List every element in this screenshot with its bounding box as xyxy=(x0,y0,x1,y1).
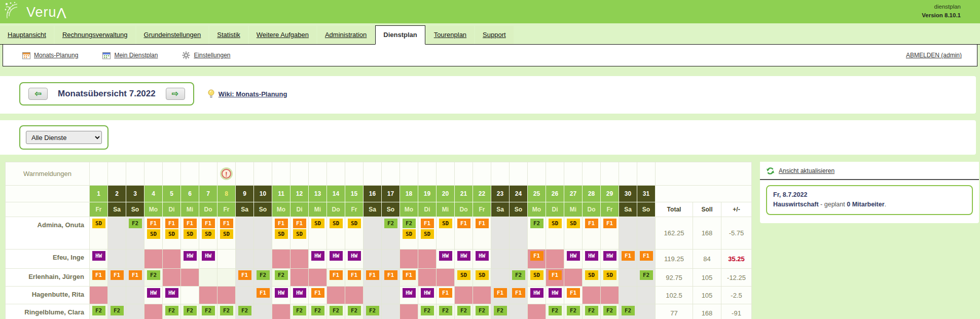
roster-cell[interactable]: F2 xyxy=(546,304,564,319)
roster-cell[interactable]: F1 xyxy=(327,269,345,287)
roster-cell[interactable] xyxy=(217,269,236,287)
roster-cell[interactable]: F2 xyxy=(601,304,619,319)
roster-cell[interactable] xyxy=(364,287,382,304)
shift-badge-F1[interactable]: F1 xyxy=(622,251,635,261)
shift-badge-HW[interactable]: HW xyxy=(165,288,178,298)
roster-cell[interactable] xyxy=(163,269,181,287)
shift-badge-F2[interactable]: F2 xyxy=(366,306,379,315)
roster-cell[interactable]: F2 xyxy=(491,304,510,319)
roster-cell[interactable]: F2 xyxy=(291,304,309,319)
roster-cell[interactable] xyxy=(126,287,144,304)
roster-cell[interactable]: SD xyxy=(455,269,473,287)
shift-badge-HW[interactable]: HW xyxy=(202,251,215,261)
shift-badge-F1[interactable]: F1 xyxy=(111,270,124,280)
roster-cell[interactable] xyxy=(473,287,491,304)
shift-badge-F2[interactable]: F2 xyxy=(494,306,507,315)
shift-badge-F1[interactable]: F1 xyxy=(640,251,653,261)
tab-administration[interactable]: Administration xyxy=(317,26,374,44)
shift-badge-F2[interactable]: F2 xyxy=(165,306,178,315)
tab-link[interactable]: Hauptansicht xyxy=(8,31,46,39)
roster-cell[interactable] xyxy=(491,217,510,250)
roster-cell[interactable]: HW xyxy=(291,287,309,304)
shift-badge-F2[interactable]: F2 xyxy=(439,306,452,315)
shift-badge-SD[interactable]: SD xyxy=(567,219,580,228)
roster-cell[interactable]: F1 xyxy=(619,250,637,269)
roster-cell[interactable] xyxy=(236,287,254,304)
shift-badge-F1[interactable]: F1 xyxy=(238,270,251,280)
roster-cell[interactable]: HW xyxy=(400,287,418,304)
shift-badge-SD[interactable]: SD xyxy=(476,270,489,280)
roster-cell[interactable]: HW xyxy=(144,287,163,304)
roster-cell[interactable] xyxy=(364,217,382,250)
roster-cell[interactable]: F2 xyxy=(510,269,528,287)
roster-cell[interactable]: F1SD xyxy=(217,217,236,250)
roster-cell[interactable]: SD xyxy=(90,217,108,250)
roster-cell[interactable] xyxy=(546,250,564,269)
shift-badge-SD[interactable]: SD xyxy=(165,229,178,239)
roster-cell[interactable]: F1 xyxy=(236,269,254,287)
roster-cell[interactable]: F1 xyxy=(108,269,126,287)
shift-badge-F2[interactable]: F2 xyxy=(457,306,470,315)
roster-cell[interactable]: F1SD xyxy=(291,217,309,250)
roster-cell[interactable] xyxy=(455,287,473,304)
shift-badge-SD[interactable]: SD xyxy=(202,229,215,239)
roster-cell[interactable] xyxy=(345,287,364,304)
toolbar-link-mein-dienstplan[interactable]: Mein Dienstplan xyxy=(114,52,158,59)
logout-link[interactable]: ABMELDEN (admin) xyxy=(906,52,962,59)
roster-cell[interactable]: F2 xyxy=(181,304,199,319)
roster-cell[interactable] xyxy=(217,287,236,304)
shift-badge-HW[interactable]: HW xyxy=(585,251,598,261)
shift-badge-F2[interactable]: F2 xyxy=(567,306,580,315)
shift-badge-F1[interactable]: F1 xyxy=(293,219,306,228)
roster-cell[interactable]: F1 xyxy=(254,287,272,304)
tab-support[interactable]: Support xyxy=(475,26,514,44)
roster-cell[interactable] xyxy=(491,250,510,269)
shift-badge-SD[interactable]: SD xyxy=(311,219,324,228)
roster-cell[interactable]: F2SD xyxy=(400,217,418,250)
roster-cell[interactable] xyxy=(528,304,546,319)
shift-badge-F1[interactable]: F1 xyxy=(421,219,434,228)
shift-badge-F1[interactable]: F1 xyxy=(330,270,343,280)
toolbar-item-monats-planung[interactable]: Monats-Planung xyxy=(22,52,78,59)
roster-cell[interactable]: F1 xyxy=(382,269,400,287)
tab-link[interactable]: Statistik xyxy=(217,31,240,39)
shift-badge-HW[interactable]: HW xyxy=(184,251,197,261)
shift-badge-F2[interactable]: F2 xyxy=(147,270,160,280)
roster-cell[interactable]: F2 xyxy=(564,304,583,319)
roster-cell[interactable] xyxy=(637,287,656,304)
shift-badge-SD[interactable]: SD xyxy=(530,270,543,280)
shift-badge-HW[interactable]: HW xyxy=(311,251,324,261)
roster-cell[interactable]: F1 xyxy=(364,269,382,287)
shift-badge-SD[interactable]: SD xyxy=(403,229,416,239)
roster-cell[interactable]: HW xyxy=(90,250,108,269)
shift-badge-F1[interactable]: F1 xyxy=(567,288,580,298)
shift-badge-HW[interactable]: HW xyxy=(275,288,288,298)
toolbar-item-einstellungen[interactable]: Einstellungen xyxy=(182,51,230,59)
roster-cell[interactable]: F1SD xyxy=(418,217,437,250)
shift-badge-F2[interactable]: F2 xyxy=(549,306,562,315)
shift-badge-F1[interactable]: F1 xyxy=(439,288,452,298)
shift-badge-HW[interactable]: HW xyxy=(147,288,160,298)
roster-cell[interactable]: F2 xyxy=(455,304,473,319)
shift-badge-SD[interactable]: SD xyxy=(549,219,562,228)
shift-badge-HW[interactable]: HW xyxy=(476,251,489,261)
shift-badge-F2[interactable]: F2 xyxy=(530,219,543,228)
shift-badge-HW[interactable]: HW xyxy=(330,251,343,261)
shift-badge-F1[interactable]: F1 xyxy=(457,219,470,228)
roster-cell[interactable]: F1 xyxy=(309,287,327,304)
roster-cell[interactable]: F2 xyxy=(272,269,291,287)
shift-badge-F2[interactable]: F2 xyxy=(512,270,525,280)
roster-cell[interactable] xyxy=(254,250,272,269)
roster-cell[interactable]: F1 xyxy=(564,287,583,304)
shift-badge-F1[interactable]: F1 xyxy=(311,288,324,298)
shift-badge-HW[interactable]: HW xyxy=(549,288,562,298)
shift-badge-F2[interactable]: F2 xyxy=(275,270,288,280)
shift-badge-F2[interactable]: F2 xyxy=(129,219,142,228)
roster-cell[interactable] xyxy=(144,250,163,269)
tab-link[interactable]: Tourenplan xyxy=(434,31,466,39)
roster-cell[interactable] xyxy=(619,269,637,287)
shift-badge-F1[interactable]: F1 xyxy=(585,219,598,228)
roster-cell[interactable] xyxy=(236,250,254,269)
roster-cell[interactable] xyxy=(199,269,217,287)
shift-badge-HW[interactable]: HW xyxy=(421,288,434,298)
